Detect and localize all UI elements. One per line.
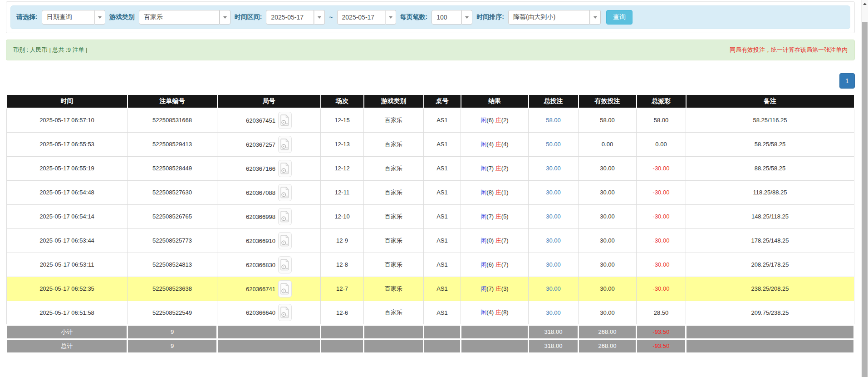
- cell-total-bet[interactable]: 30.00: [529, 253, 579, 277]
- cell-bet-id: 522508531668: [128, 108, 217, 132]
- result-player-label: 闲: [481, 285, 486, 292]
- video-replay-button[interactable]: [278, 208, 292, 225]
- video-replay-button[interactable]: [278, 184, 292, 201]
- cell-valid-bet: 30.00: [579, 253, 637, 277]
- sort-order-select[interactable]: 降冪(由大到小): [508, 10, 601, 25]
- date-from-select[interactable]: 2025-05-17: [266, 10, 325, 25]
- chevron-down-icon[interactable]: [94, 10, 105, 25]
- film-file-icon: [280, 114, 289, 126]
- result-banker-score: (5): [501, 213, 509, 220]
- result-player-score: (4): [486, 309, 495, 316]
- chevron-down-icon: [223, 16, 227, 19]
- video-replay-button[interactable]: [278, 304, 292, 321]
- cell-payout: -30.00: [637, 180, 686, 204]
- table-row: 2025-05-17 06:51:58522508522549620366640…: [7, 301, 854, 325]
- film-file-icon: [280, 283, 289, 295]
- game-type-select[interactable]: 百家乐: [139, 10, 230, 25]
- scrollbar-thumb[interactable]: [862, 22, 868, 377]
- scrollbar-up-button[interactable]: [862, 0, 868, 7]
- chevron-down-icon[interactable]: [314, 10, 325, 25]
- cell-session: 12-15: [321, 108, 364, 132]
- cell-remark: 88.25/58.25: [686, 156, 854, 180]
- cell-session: 12-7: [321, 277, 364, 301]
- round-number: 620366998: [246, 213, 275, 220]
- chevron-down-icon[interactable]: [590, 10, 601, 25]
- round-number: 620366830: [246, 261, 275, 268]
- search-button[interactable]: 查询: [606, 10, 633, 25]
- cell-payout: 58.00: [637, 108, 686, 132]
- cell-total-bet[interactable]: 50.00: [529, 132, 579, 156]
- result-banker-score: (7): [501, 237, 509, 244]
- sort-order-label: 时间排序:: [476, 13, 504, 21]
- cell-round-id: 620367166: [217, 156, 321, 180]
- result-banker-label: 庄: [495, 165, 501, 172]
- query-mode-value: 日期查询: [42, 10, 94, 25]
- chevron-down-icon: [98, 16, 102, 19]
- cell-total-bet[interactable]: 58.00: [529, 108, 579, 132]
- chevron-down-icon: [318, 16, 321, 19]
- footer-count: 9: [128, 325, 217, 339]
- arrow-up-icon: [863, 3, 867, 5]
- cell-total-bet[interactable]: 30.00: [529, 204, 579, 228]
- cell-session: 12-13: [321, 132, 364, 156]
- cell-valid-bet: 30.00: [579, 277, 637, 301]
- video-replay-button[interactable]: [278, 160, 292, 177]
- chevron-down-icon[interactable]: [461, 10, 472, 25]
- cell-payout: -30.00: [637, 253, 686, 277]
- table-body: 2025-05-17 06:57:10522508531668620367451…: [7, 108, 854, 325]
- footer-valid-bet: 268.00: [579, 325, 637, 339]
- table-header: 时间注单编号局号场次游戏类别桌号结果总投注有效投注总派彩备注: [7, 94, 854, 108]
- result-player-label: 闲: [481, 237, 486, 244]
- result-player-label: 闲: [481, 117, 486, 124]
- video-replay-button[interactable]: [278, 136, 292, 153]
- video-replay-button[interactable]: [278, 280, 292, 298]
- result-banker-score: (2): [501, 165, 509, 172]
- footer-label: 总计: [7, 339, 128, 353]
- cell-total-bet[interactable]: 30.00: [529, 180, 579, 204]
- video-replay-button[interactable]: [278, 112, 292, 129]
- cell-round-id: 620366640: [217, 301, 321, 325]
- main-content: 请选择: 日期查询 游戏类别 百家乐 时间区间: 2025-05-17 ~ 20…: [6, 1, 855, 354]
- query-mode-select[interactable]: 日期查询: [42, 10, 105, 25]
- cell-session: 12-8: [321, 253, 364, 277]
- cell-time: 2025-05-17 06:55:19: [7, 156, 128, 180]
- cell-time: 2025-05-17 06:52:35: [7, 277, 128, 301]
- date-to-select[interactable]: 2025-05-17: [337, 10, 396, 25]
- footer-label: 小计: [7, 325, 128, 339]
- cell-remark: 58.25/58.25: [686, 132, 854, 156]
- footer-result: [461, 325, 529, 339]
- video-replay-button[interactable]: [278, 232, 292, 249]
- footer-game-type: [364, 339, 424, 353]
- video-replay-button[interactable]: [278, 256, 292, 273]
- cell-total-bet[interactable]: 30.00: [529, 301, 579, 325]
- vertical-scrollbar[interactable]: [861, 0, 868, 377]
- filter-panel: 请选择: 日期查询 游戏类别 百家乐 时间区间: 2025-05-17 ~ 20…: [6, 1, 855, 33]
- cell-payout: -30.00: [637, 204, 686, 228]
- chevron-down-icon: [593, 16, 597, 19]
- page-size-label: 每页笔数:: [400, 13, 428, 21]
- cell-total-bet[interactable]: 30.00: [529, 156, 579, 180]
- date-range-separator: ~: [329, 14, 333, 21]
- film-file-icon: [280, 139, 289, 150]
- cell-session: 12-6: [321, 301, 364, 325]
- round-number: 620366741: [246, 285, 275, 292]
- table-row: 2025-05-17 06:55:19522508528449620367166…: [7, 156, 854, 180]
- cell-result: 闲(7) 庄(3): [461, 277, 529, 301]
- cell-remark: 209.75/238.25: [686, 301, 854, 325]
- cell-game-type: 百家乐: [364, 132, 424, 156]
- chevron-down-icon[interactable]: [220, 10, 230, 25]
- cell-total-bet[interactable]: 30.00: [529, 277, 579, 301]
- page-size-select[interactable]: 100: [432, 10, 472, 25]
- cell-table-no: AS1: [424, 253, 461, 277]
- column-header-10: 总派彩: [637, 94, 686, 108]
- same-round-notice-text: 同局有效投注，统一计算在该局第一张注单内: [730, 46, 848, 54]
- cell-result: 闲(6) 庄(7): [461, 253, 529, 277]
- page-size-value: 100: [432, 10, 461, 25]
- page-button-1[interactable]: 1: [839, 73, 855, 89]
- chevron-down-icon: [389, 16, 392, 19]
- cell-total-bet[interactable]: 30.00: [529, 228, 579, 253]
- footer-valid-bet: 268.00: [579, 339, 637, 353]
- table-row: 2025-05-17 06:55:53522508529413620367257…: [7, 132, 854, 156]
- chevron-down-icon[interactable]: [385, 10, 396, 25]
- table-row: 2025-05-17 06:57:10522508531668620367451…: [7, 108, 854, 132]
